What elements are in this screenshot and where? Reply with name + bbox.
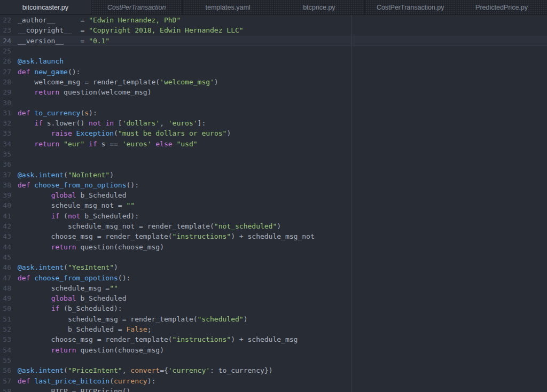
code-line[interactable]: 58 BTCP = BTCPricing() [0,386,547,392]
code-line[interactable]: 29 return question(welcome_msg) [0,87,547,97]
line-number[interactable]: 56 [0,366,11,374]
code-line[interactable]: 33 raise Exception("must be dollars or e… [0,128,547,138]
line-number[interactable]: 43 [0,232,11,240]
code-line[interactable]: 57def last_price_bitcoin(currency): [0,375,547,386]
code-line[interactable]: 43 choose_msg = render_template("instruc… [0,231,547,241]
line-number[interactable]: 41 [0,212,11,220]
line-number[interactable]: 45 [0,253,11,261]
code-line[interactable]: 55 [0,355,547,365]
code-text: schedule_msg ="" [18,284,118,292]
code-line[interactable]: 41 if (not b_Scheduled): [0,211,547,221]
code-line[interactable]: 37@ask.intent("NoIntent") [0,169,547,179]
editor-tab[interactable]: bitcoincaster.py [0,0,91,14]
code-line[interactable]: 26@ask.launch [0,56,547,66]
editor-tab[interactable]: CostPerTransaction.py [365,0,456,14]
code-line[interactable]: 49 global b_Scheduled [0,293,547,303]
editor-tab[interactable]: CostPerTransaction [91,0,183,14]
line-number[interactable]: 36 [0,160,11,168]
code-line[interactable]: 44 return question(choose_msg) [0,242,547,252]
code-line[interactable]: 35 [0,149,547,159]
code-text: if s.lower() not in ['dollars', 'euros']… [18,119,206,127]
code-line[interactable]: 34 return "eur" if s == 'euros' else "us… [0,139,547,149]
code-line[interactable]: 27def new_game(): [0,66,547,76]
editor-tab[interactable]: btcprice.py [274,0,365,14]
code-line[interactable]: 22_author__ = "Edwin Hernandez, PhD" [0,15,547,25]
code-line[interactable]: 47def choose_from_opotions(): [0,272,547,283]
line-number[interactable]: 23 [0,26,11,34]
line-number[interactable]: 32 [0,119,11,127]
code-line[interactable]: 31def to_currency(s): [0,108,547,118]
line-number[interactable]: 37 [0,171,11,179]
code-text: scheule_msg_not = "" [18,201,135,209]
code-line[interactable]: 38def choose_from_no_options(): [0,180,547,190]
code-text: BTCP = BTCPricing() [18,387,130,392]
code-line[interactable]: 23__copyright__ = "Copyright 2018, Edwin… [0,25,547,35]
line-number[interactable]: 22 [0,16,11,24]
line-number[interactable]: 54 [0,346,11,354]
line-number[interactable]: 29 [0,88,11,96]
code-line[interactable]: 32 if s.lower() not in ['dollars', 'euro… [0,118,547,128]
code-line[interactable]: 42 schedule_msg_not = render_template("n… [0,221,547,231]
line-number[interactable]: 46 [0,263,11,271]
line-number[interactable]: 58 [0,387,11,392]
line-number[interactable]: 42 [0,222,11,230]
line-number[interactable]: 51 [0,315,11,323]
line-number[interactable]: 40 [0,201,11,209]
line-number[interactable]: 49 [0,294,11,302]
code-line[interactable]: 40 scheule_msg_not = "" [0,200,547,210]
line-number[interactable]: 27 [0,68,11,76]
code-text: __version__ = "0.1" [18,37,110,45]
line-number[interactable]: 35 [0,150,11,158]
code-text: if (not b_Scheduled): [18,212,139,220]
code-text: if (b_Scheduled): [18,304,122,312]
code-line[interactable]: 54 return question(choose_msg) [0,345,547,355]
code-text: def choose_from_no_options(): [18,181,139,189]
line-number[interactable]: 44 [0,243,11,251]
code-line[interactable]: 50 if (b_Scheduled): [0,303,547,313]
code-line[interactable]: 51 schedule_msg = render_template("sched… [0,314,547,324]
code-text [18,47,22,55]
code-line[interactable]: 53 choose_msg = render_template("instruc… [0,334,547,344]
code-line[interactable]: 25 [0,46,547,56]
line-number[interactable]: 57 [0,377,11,385]
code-line[interactable]: 45 [0,252,547,262]
line-number[interactable]: 34 [0,140,11,148]
line-number[interactable]: 48 [0,284,11,292]
code-text [18,160,22,168]
code-line[interactable]: 28 welcome_msg = render_template('welcom… [0,77,547,87]
editor-tab[interactable]: templates.yaml [183,0,274,14]
code-editor[interactable]: 22_author__ = "Edwin Hernandez, PhD"23__… [0,15,547,392]
code-text [18,99,22,107]
line-number[interactable]: 28 [0,78,11,86]
editor-tab[interactable]: PredictedPrice.py [456,0,547,14]
code-line[interactable]: 46@ask.intent("YesIntent") [0,262,547,272]
line-number[interactable]: 25 [0,47,11,55]
code-line[interactable]: 39 global b_Scheduled [0,190,547,200]
code-line[interactable]: 30 [0,97,547,107]
line-number[interactable]: 55 [0,356,11,364]
line-number[interactable]: 30 [0,99,11,107]
code-line[interactable]: 48 schedule_msg ="" [0,283,547,293]
line-number[interactable]: 33 [0,129,11,137]
line-number[interactable]: 50 [0,304,11,312]
line-number[interactable]: 24 [0,37,11,45]
code-line[interactable]: 24__version__ = "0.1" [0,36,547,46]
line-number[interactable]: 31 [0,109,11,117]
line-number[interactable]: 39 [0,191,11,199]
code-line[interactable]: 36 [0,159,547,169]
code-text: schedule_msg_not = render_template("not_… [18,222,281,230]
code-text: welcome_msg = render_template('welcome_m… [18,78,218,86]
code-line[interactable]: 52 b_Scheduled = False; [0,324,547,334]
line-number[interactable]: 38 [0,181,11,189]
line-number[interactable]: 47 [0,274,11,282]
code-text [18,150,22,158]
code-text: global b_Scheduled [18,191,127,199]
line-number[interactable]: 53 [0,335,11,343]
code-text: b_Scheduled = False; [18,325,151,333]
tab-bar: bitcoincaster.pyCostPerTransactiontempla… [0,0,547,15]
line-number[interactable]: 52 [0,325,11,333]
code-text: global b_Scheduled [18,294,127,302]
line-number[interactable]: 26 [0,57,11,65]
code-text [18,356,22,364]
code-line[interactable]: 56@ask.intent("PriceIntent", convert={'c… [0,365,547,375]
